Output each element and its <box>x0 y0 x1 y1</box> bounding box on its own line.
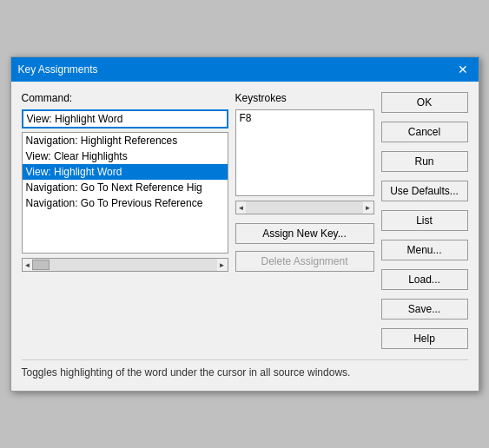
command-list[interactable]: Navigation: Highlight References View: C… <box>22 132 228 254</box>
ks-scroll-left-arrow[interactable]: ◄ <box>236 204 247 212</box>
save-button[interactable]: Save... <box>381 299 468 320</box>
ks-scroll-track <box>246 201 362 214</box>
list-item[interactable]: View: Clear Highlights <box>23 148 228 164</box>
scroll-track <box>32 259 216 271</box>
menu-button[interactable]: Menu... <box>381 240 468 260</box>
status-bar: Toggles highlighting of the word under t… <box>22 359 468 380</box>
delete-assignment-button[interactable]: Delete Assignment <box>235 251 374 272</box>
dialog-body: Command: Navigation: Highlight Reference… <box>11 82 479 391</box>
scroll-right-arrow[interactable]: ► <box>217 261 228 269</box>
command-label: Command: <box>22 92 228 104</box>
ok-button[interactable]: OK <box>381 92 468 113</box>
dialog-title: Key Assignments <box>18 63 98 76</box>
list-horizontal-scrollbar[interactable]: ◄ ► <box>22 258 228 272</box>
list-item[interactable]: Navigation: Highlight References <box>23 133 228 148</box>
middle-panel: Keystrokes F8 ◄ ► Assign New Key... Dele… <box>235 92 374 351</box>
left-panel: Command: Navigation: Highlight Reference… <box>22 92 228 351</box>
status-text: Toggles highlighting of the word under t… <box>22 366 351 379</box>
keystrokes-box: F8 <box>235 109 374 196</box>
list-item-selected[interactable]: View: Highlight Word <box>23 164 228 180</box>
use-defaults-button[interactable]: Use Defaults... <box>381 181 468 201</box>
list-item[interactable]: Navigation: Go To Previous Reference <box>23 195 228 211</box>
load-button[interactable]: Load... <box>381 269 468 290</box>
command-search-input[interactable] <box>22 109 228 128</box>
run-button[interactable]: Run <box>381 151 468 172</box>
scroll-left-arrow[interactable]: ◄ <box>23 261 33 269</box>
ks-scroll-right-arrow[interactable]: ► <box>363 204 373 212</box>
main-layout: Command: Navigation: Highlight Reference… <box>22 92 468 351</box>
keystroke-horizontal-scrollbar[interactable]: ◄ ► <box>235 201 374 214</box>
keystroke-value: F8 <box>240 112 252 124</box>
keystrokes-label: Keystrokes <box>235 92 374 104</box>
list-item[interactable]: Navigation: Go To Next Reference Hig <box>23 180 228 195</box>
scroll-thumb[interactable] <box>32 260 50 270</box>
right-panel: OK Cancel Run Use Defaults... List Menu.… <box>381 92 468 351</box>
key-assignments-dialog: Key Assignments ✕ Command: Navigation: H… <box>10 56 479 392</box>
title-bar: Key Assignments ✕ <box>11 57 479 82</box>
cancel-button[interactable]: Cancel <box>381 122 468 142</box>
help-button[interactable]: Help <box>381 328 468 349</box>
close-button[interactable]: ✕ <box>454 63 472 76</box>
list-button[interactable]: List <box>381 210 468 231</box>
assign-new-key-button[interactable]: Assign New Key... <box>235 223 374 244</box>
